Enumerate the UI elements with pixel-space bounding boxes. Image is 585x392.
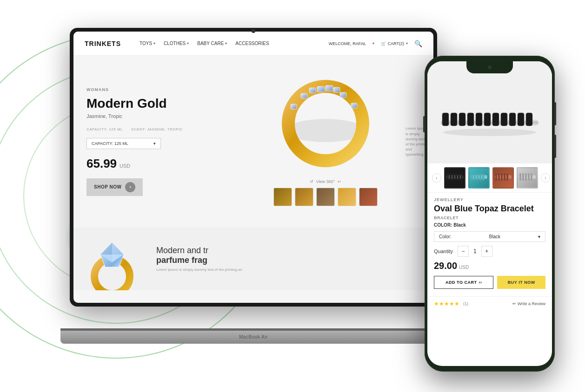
phone-color-select[interactable]: Color: Black ▾ bbox=[434, 231, 545, 242]
svg-rect-37 bbox=[458, 173, 460, 181]
spec-scent: SCENT: JASMINE, TROPIC bbox=[131, 127, 183, 131]
svg-rect-6 bbox=[301, 93, 307, 98]
chevron-down-icon: ▾ bbox=[153, 141, 156, 146]
svg-rect-54 bbox=[525, 173, 527, 181]
svg-rect-32 bbox=[446, 175, 463, 179]
site-bottom: Modern and tr parfume frag Lorem Ipsum i… bbox=[73, 228, 433, 290]
hero-left: WOMANS Modern Gold Jasmine, Tropic CAPAC… bbox=[73, 56, 250, 228]
spec-capacity: CAPACITY: 125 ML bbox=[86, 127, 123, 131]
hero-specs: CAPACITY: 125 ML SCENT: JASMINE, TROPIC bbox=[86, 127, 237, 131]
review-count: (1) bbox=[463, 301, 468, 306]
hero-category: WOMANS bbox=[86, 87, 237, 92]
bottom-ring-image bbox=[86, 237, 142, 288]
quantity-increase-button[interactable]: + bbox=[481, 246, 492, 257]
phone-product-sub: BRACELET bbox=[434, 216, 545, 220]
phone-price: 29.00 USD bbox=[434, 261, 545, 271]
nav-item-accessories[interactable]: ACCESSORIES bbox=[235, 41, 269, 46]
thumbnail-3[interactable] bbox=[316, 188, 335, 206]
nav-item-toys[interactable]: TOYS ▾ bbox=[140, 41, 155, 46]
phone-product-info: JEWELLERY Oval Blue Topaz Bracelet BRACE… bbox=[427, 193, 552, 294]
chevron-down-icon: ▾ bbox=[225, 41, 227, 46]
svg-rect-40 bbox=[471, 173, 473, 181]
capacity-dropdown[interactable]: CAPACITY: 125 ML ▾ bbox=[86, 138, 161, 149]
buy-now-button[interactable]: BUY IT NOW bbox=[497, 276, 545, 289]
svg-rect-41 bbox=[474, 173, 476, 181]
phone-color-info: COLOR: Black bbox=[434, 222, 545, 228]
svg-rect-25 bbox=[476, 113, 482, 126]
laptop-camera bbox=[252, 29, 255, 33]
phone-thumbnail-3[interactable] bbox=[492, 167, 514, 189]
svg-rect-7 bbox=[340, 92, 346, 98]
laptop-model-label: MacBook Air bbox=[239, 334, 268, 340]
phone-volume-button bbox=[554, 135, 556, 158]
cart-button[interactable]: 🛒 CART(2) ▾ bbox=[381, 41, 408, 46]
svg-rect-43 bbox=[479, 173, 481, 181]
svg-rect-35 bbox=[452, 173, 454, 181]
svg-rect-28 bbox=[501, 113, 507, 126]
svg-rect-56 bbox=[531, 173, 532, 181]
thumbnail-2[interactable] bbox=[295, 188, 313, 206]
svg-rect-8 bbox=[291, 104, 297, 109]
bottom-text: Modern and tr parfume frag Lorem Ipsum i… bbox=[156, 237, 420, 281]
svg-rect-4 bbox=[326, 85, 333, 91]
svg-rect-27 bbox=[492, 113, 499, 126]
diamond-ring-svg bbox=[86, 237, 138, 290]
arrow-icon: › bbox=[125, 182, 135, 192]
pencil-icon: ✏ bbox=[512, 301, 516, 306]
svg-rect-51 bbox=[519, 175, 536, 179]
star-rating: ★★★★★ bbox=[434, 301, 459, 307]
nav-item-baby-care[interactable]: BABY CARE ▾ bbox=[197, 41, 227, 46]
phone-thumbnail-2[interactable] bbox=[468, 167, 490, 189]
phone-thumbnail-4[interactable] bbox=[517, 167, 538, 189]
phone-product-image bbox=[427, 61, 552, 163]
chevron-down-icon: ▾ bbox=[406, 41, 408, 46]
svg-rect-47 bbox=[498, 173, 500, 181]
product-thumbnails bbox=[273, 188, 378, 206]
welcome-text: WELCOME, RAFAŁ bbox=[329, 41, 366, 46]
phone-thumbnail-strip: ‹ bbox=[427, 163, 552, 193]
bracelet-display bbox=[439, 98, 541, 139]
site-logo: TRINKETS bbox=[85, 40, 121, 47]
phone-notch bbox=[466, 61, 513, 73]
prev-thumbnail-button[interactable]: ‹ bbox=[432, 173, 441, 183]
svg-rect-55 bbox=[528, 173, 530, 181]
svg-rect-26 bbox=[484, 113, 491, 126]
phone-left-button bbox=[423, 116, 425, 132]
write-review-button[interactable]: ✏ Write a Review bbox=[512, 301, 545, 306]
phone-category: JEWELLERY bbox=[434, 197, 545, 202]
next-thumbnail-button[interactable]: › bbox=[541, 173, 550, 183]
hero-subtitle: Jasmine, Tropic bbox=[86, 113, 237, 119]
shop-now-button[interactable]: SHOP NOW › bbox=[86, 178, 143, 196]
thumbnail-1[interactable] bbox=[273, 188, 292, 206]
add-to-cart-button[interactable]: ADD TO CART ›› bbox=[434, 276, 493, 289]
bottom-tagline: Modern and tr parfume frag bbox=[156, 246, 420, 265]
phone-action-buttons: ADD TO CART ›› BUY IT NOW bbox=[434, 276, 545, 289]
view360-button[interactable]: ↺ View 360° ↩ bbox=[310, 179, 341, 184]
product-image bbox=[277, 77, 374, 175]
chevron-down-icon: ▾ bbox=[372, 41, 374, 46]
svg-rect-38 bbox=[461, 173, 463, 181]
thumbnail-4[interactable] bbox=[338, 188, 356, 206]
hero-center: ↺ View 360° ↩ bbox=[250, 56, 401, 228]
phone-review-bar: ★★★★★ (1) ✏ Write a Review bbox=[427, 296, 552, 307]
svg-rect-23 bbox=[459, 113, 465, 126]
svg-rect-44 bbox=[482, 173, 484, 181]
svg-rect-36 bbox=[455, 173, 457, 181]
thumbnail-5[interactable] bbox=[359, 188, 378, 206]
svg-rect-21 bbox=[442, 113, 449, 126]
bottom-desc: Lorem Ipsum is simply dummy text of the … bbox=[156, 267, 420, 273]
nav-items: TOYS ▾ CLOTHES ▾ BABY CARE ▾ ACCESSORIES bbox=[140, 41, 318, 46]
rotate-icon: ↺ bbox=[310, 179, 313, 184]
product-ring-svg bbox=[277, 77, 374, 175]
search-icon[interactable]: 🔍 bbox=[414, 40, 422, 47]
chevron-down-icon: ▾ bbox=[187, 41, 189, 46]
cart-label: CART(2) bbox=[388, 41, 404, 46]
svg-rect-48 bbox=[501, 173, 503, 181]
phone-content: ‹ bbox=[427, 61, 552, 366]
svg-rect-49 bbox=[504, 173, 505, 181]
quantity-decrease-button[interactable]: − bbox=[458, 246, 469, 257]
svg-rect-52 bbox=[519, 173, 521, 181]
phone-thumbnail-1[interactable] bbox=[444, 167, 465, 189]
nav-item-clothes[interactable]: CLOTHES ▾ bbox=[164, 41, 189, 46]
svg-rect-50 bbox=[506, 173, 508, 181]
